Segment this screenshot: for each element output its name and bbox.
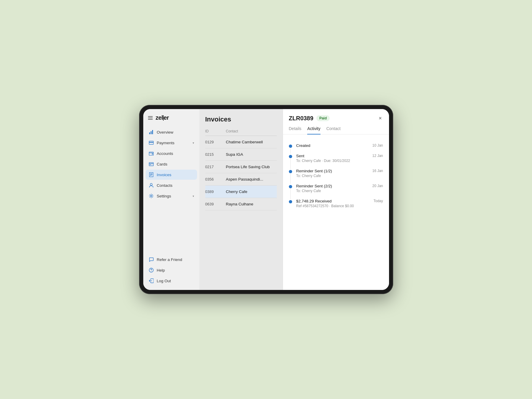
person-icon: [149, 183, 154, 188]
activity-date: Today: [373, 199, 383, 203]
activity-subtitle: To: Cherry Cafe · Due: 30/01/2022: [296, 159, 383, 163]
activity-main-row: Sent 12 Jan: [296, 154, 383, 158]
payments-label: Payments: [157, 141, 175, 145]
device-frame: zeler Overview: [139, 105, 393, 294]
sidebar-footer: Refer a Friend Help: [143, 254, 199, 286]
activity-title: Reminder Sent (2/2): [296, 184, 332, 188]
activity-item-received: $2,748.29 Received Today Ref #5875342725…: [289, 196, 383, 211]
table-row[interactable]: 0639 Rayna Culhane: [205, 198, 277, 210]
svg-rect-0: [149, 132, 150, 134]
activity-item-reminder1: Reminder Sent (1/2) 16 Jan To: Cherry Ca…: [289, 166, 383, 181]
activity-subtitle: Ref #587534272570 · Balance $0.00: [296, 204, 383, 208]
invoice-id-3: 0356: [205, 177, 226, 181]
activity-item-sent: Sent 12 Jan To: Cherry Cafe · Due: 30/01…: [289, 151, 383, 166]
sidebar-item-accounts[interactable]: Accounts: [146, 148, 197, 158]
activity-dot: [289, 145, 292, 148]
hamburger-icon[interactable]: [148, 116, 153, 120]
settings-label: Settings: [157, 194, 171, 198]
wallet-icon: [149, 151, 154, 156]
table-row[interactable]: 0215 Supa IGA: [205, 148, 277, 161]
activity-dot: [289, 170, 292, 173]
device-screen: zeler Overview: [143, 109, 389, 290]
svg-rect-13: [150, 175, 152, 176]
activity-main-row: $2,748.29 Received Today: [296, 199, 383, 203]
svg-rect-9: [149, 164, 151, 165]
activity-main-row: Created 10 Jan: [296, 143, 383, 148]
sidebar-item-settings[interactable]: Settings ▾: [146, 191, 197, 201]
logout-icon: [149, 278, 154, 283]
invoice-contact-4: Cherry Cafe: [226, 189, 277, 194]
invoice-id-2: 0217: [205, 165, 226, 169]
sidebar-item-refer[interactable]: Refer a Friend: [146, 254, 197, 265]
activity-item-reminder2: Reminder Sent (2/2) 20 Jan To: Cherry Ca…: [289, 181, 383, 196]
col-contact-header: Contact: [226, 129, 277, 133]
activity-item-created: Created 10 Jan: [289, 140, 383, 151]
contacts-label: Contacts: [157, 183, 173, 188]
tab-activity[interactable]: Activity: [307, 126, 320, 134]
activity-dot: [289, 155, 292, 158]
chat-icon: [149, 257, 154, 262]
activity-title: Created: [296, 143, 310, 148]
tab-contact[interactable]: Contact: [326, 126, 341, 134]
activity-content: $2,748.29 Received Today Ref #5875342725…: [296, 199, 383, 208]
help-label: Help: [157, 268, 165, 273]
status-badge: Paid: [316, 115, 330, 121]
activity-main-row: Reminder Sent (1/2) 16 Jan: [296, 169, 383, 173]
sidebar-item-help[interactable]: Help: [146, 265, 197, 275]
overview-label: Overview: [157, 130, 173, 134]
svg-rect-11: [150, 173, 152, 174]
help-icon: [149, 267, 154, 273]
table-row[interactable]: 0356 Aspen Passaquindi...: [205, 173, 277, 186]
sidebar: zeler Overview: [143, 109, 199, 290]
close-button[interactable]: ×: [378, 114, 383, 122]
sidebar-item-invoices[interactable]: Invoices: [146, 170, 197, 180]
card-icon: [149, 161, 154, 167]
sidebar-item-logout[interactable]: Log Out: [146, 276, 197, 286]
invoices-title: Invoices: [205, 116, 277, 123]
activity-main-row: Reminder Sent (2/2) 20 Jan: [296, 184, 383, 188]
activity-dot: [289, 185, 292, 188]
table-row[interactable]: 0217 Portsea Life Saving Club: [205, 161, 277, 173]
table-row[interactable]: 0129 Chatime Camberwell: [205, 136, 277, 148]
svg-rect-7: [149, 163, 153, 166]
tab-details[interactable]: Details: [289, 126, 302, 134]
activity-content: Sent 12 Jan To: Cherry Cafe · Due: 30/01…: [296, 154, 383, 163]
activity-date: 10 Jan: [372, 143, 383, 147]
sidebar-item-overview[interactable]: Overview: [146, 127, 197, 137]
svg-rect-8: [149, 163, 153, 164]
activity-content: Reminder Sent (1/2) 16 Jan To: Cherry Ca…: [296, 169, 383, 178]
sidebar-item-cards[interactable]: Cards: [146, 159, 197, 169]
sidebar-item-contacts[interactable]: Contacts: [146, 180, 197, 190]
accounts-label: Accounts: [157, 151, 173, 156]
activity-list: Created 10 Jan Sent 12 Jan To: Cherry Ca…: [283, 134, 389, 290]
refer-label: Refer a Friend: [157, 257, 182, 262]
svg-rect-12: [150, 174, 152, 175]
payments-chevron: ▾: [193, 141, 194, 145]
table-header: ID Contact: [205, 129, 277, 136]
detail-title-row: ZLR0389 Paid: [289, 115, 330, 122]
svg-rect-1: [151, 131, 152, 134]
invoice-id-5: 0639: [205, 202, 226, 206]
activity-dot: [289, 200, 292, 203]
svg-point-17: [151, 271, 152, 272]
activity-title: $2,748.29 Received: [296, 199, 332, 203]
logo: zeler: [156, 114, 169, 121]
invoice-contact-0: Chatime Camberwell: [226, 140, 277, 144]
invoice-icon: [149, 172, 154, 177]
svg-rect-2: [152, 130, 153, 134]
sidebar-item-payments[interactable]: Payments ▾: [146, 138, 197, 148]
svg-point-14: [150, 184, 152, 186]
activity-title: Sent: [296, 154, 305, 158]
activity-date: 20 Jan: [372, 184, 383, 188]
invoices-label: Invoices: [157, 173, 172, 177]
detail-tabs: Details Activity Contact: [283, 122, 389, 134]
svg-point-15: [150, 195, 152, 197]
table-row[interactable]: 0389 Cherry Cafe: [205, 186, 277, 198]
invoices-panel: Invoices ID Contact 0129 Chatime Camberw…: [199, 109, 283, 290]
cards-label: Cards: [157, 162, 167, 166]
activity-title: Reminder Sent (1/2): [296, 169, 332, 173]
bar-chart-icon: [149, 129, 154, 135]
credit-card-icon: [149, 140, 154, 145]
settings-icon: [149, 193, 154, 199]
invoice-id-0: 0129: [205, 140, 226, 144]
